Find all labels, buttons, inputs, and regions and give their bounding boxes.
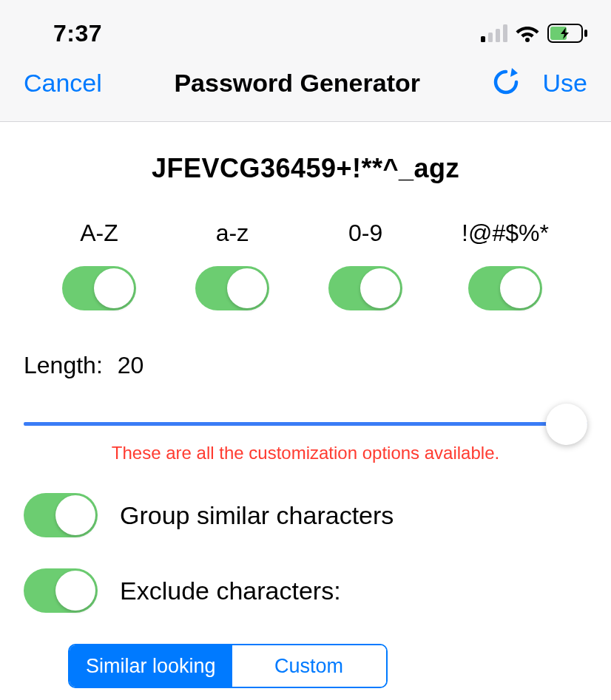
refresh-icon: [493, 67, 519, 96]
status-icons: [481, 24, 587, 43]
length-slider[interactable]: [24, 401, 587, 446]
use-button[interactable]: Use: [543, 69, 587, 98]
svg-rect-7: [584, 30, 587, 37]
toggle-symbols-switch[interactable]: [468, 266, 542, 310]
toggle-symbols: !@#$%*: [462, 220, 549, 310]
toggle-digits-label: 0-9: [348, 220, 382, 247]
exclude-mode-segmented: Similar looking Custom: [24, 644, 587, 688]
length-label: Length:: [24, 352, 103, 379]
toggle-lowercase: a-z: [195, 220, 269, 310]
toggle-uppercase-switch[interactable]: [62, 266, 136, 310]
customization-note: These are all the customization options …: [24, 443, 587, 463]
exclude-characters-row: Exclude characters:: [24, 568, 587, 613]
toggle-lowercase-label: a-z: [216, 220, 249, 247]
generated-password: JFEVCG36459+!**^_agz: [24, 153, 587, 184]
toggle-uppercase-label: A-Z: [80, 220, 118, 247]
character-toggles: A-Z a-z 0-9 !@#$%*: [24, 220, 587, 310]
length-row: Length: 20: [24, 352, 587, 379]
status-time: 7:37: [53, 20, 102, 47]
toggle-digits-switch[interactable]: [328, 266, 402, 310]
segment-custom[interactable]: Custom: [232, 645, 386, 687]
toggle-lowercase-switch[interactable]: [195, 266, 269, 310]
svg-point-4: [525, 38, 530, 42]
svg-rect-2: [496, 29, 500, 42]
exclude-characters-label: Exclude characters:: [120, 577, 341, 605]
toggle-uppercase: A-Z: [62, 220, 136, 310]
segment-similar-looking[interactable]: Similar looking: [70, 645, 232, 687]
svg-rect-3: [503, 24, 507, 42]
toggle-digits: 0-9: [328, 220, 402, 310]
length-value: 20: [118, 352, 144, 379]
svg-rect-1: [488, 33, 493, 42]
page-title: Password Generator: [174, 69, 420, 98]
battery-charging-icon: [547, 24, 587, 43]
cancel-button[interactable]: Cancel: [24, 69, 102, 98]
exclude-characters-switch[interactable]: [24, 568, 98, 613]
group-similar-label: Group similar characters: [120, 501, 394, 530]
wifi-icon: [515, 24, 540, 43]
cellular-signal-icon: [481, 24, 507, 42]
status-bar: 7:37: [0, 0, 611, 59]
svg-rect-0: [481, 36, 485, 42]
toggle-symbols-label: !@#$%*: [462, 220, 549, 247]
group-similar-switch[interactable]: [24, 493, 98, 537]
group-similar-row: Group similar characters: [24, 493, 587, 537]
header-bar: Cancel Password Generator Use: [0, 59, 611, 122]
refresh-button[interactable]: [493, 67, 519, 99]
